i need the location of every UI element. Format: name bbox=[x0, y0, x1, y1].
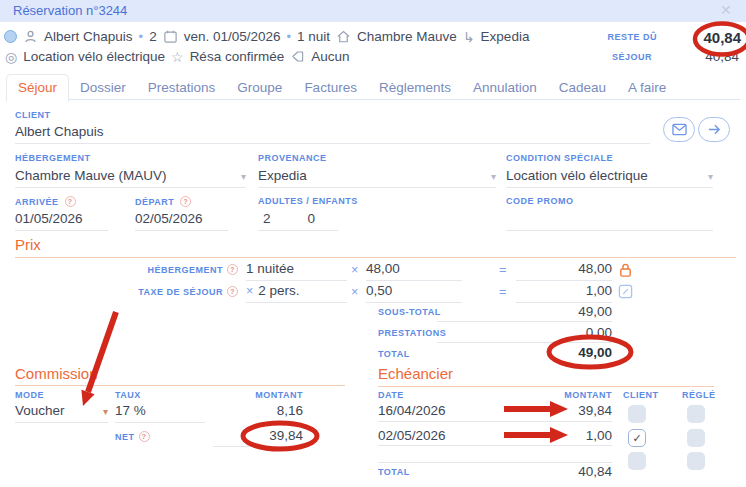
depart-input[interactable]: 02/05/2026 bbox=[135, 209, 228, 231]
email-button[interactable] bbox=[663, 117, 695, 142]
echeance-montant[interactable]: 1,00 bbox=[512, 428, 612, 443]
times-operator: × bbox=[246, 284, 253, 298]
tab-annulation[interactable]: Annulation bbox=[462, 75, 548, 101]
tab-prestations[interactable]: Prestations bbox=[137, 75, 227, 101]
prix-section-title: Prix bbox=[15, 236, 41, 253]
echeance-date[interactable]: 16/04/2026 bbox=[378, 403, 446, 418]
hebergement-select[interactable]: ▾Chambre Mauve (MAUV) bbox=[15, 166, 246, 188]
code-promo-input[interactable] bbox=[506, 209, 713, 231]
divider bbox=[378, 462, 612, 463]
window-title: Réservation n°3244 bbox=[13, 3, 127, 18]
channel-name: Expedia bbox=[481, 29, 530, 44]
taux-input[interactable]: 17 % bbox=[115, 401, 205, 423]
annotation-arrow-mode bbox=[81, 312, 116, 406]
arrivee-input[interactable]: 01/05/2026 bbox=[15, 209, 108, 231]
adultes-value[interactable]: 2 bbox=[263, 211, 271, 226]
enfants-value[interactable]: 0 bbox=[308, 211, 316, 226]
go-button[interactable] bbox=[698, 117, 730, 142]
close-icon[interactable]: ✕ bbox=[720, 2, 732, 18]
lock-icon[interactable] bbox=[618, 262, 633, 278]
regle-header: RÉGLÉ bbox=[682, 390, 716, 400]
tabbar: Séjour Dossier Prestations Groupe Factur… bbox=[6, 74, 677, 101]
echeancier-divider bbox=[378, 386, 714, 387]
special-condition: Location vélo électrique bbox=[23, 49, 165, 64]
client-header: CLIENT bbox=[623, 390, 659, 400]
net-value: 39,84 bbox=[203, 428, 303, 443]
tab-a-faire[interactable]: A faire bbox=[617, 75, 677, 101]
sous-total-label: SOUS-TOTAL bbox=[378, 307, 441, 317]
prix-taxe-qty-input[interactable]: ×2 pers. bbox=[246, 281, 347, 303]
chevron-down-icon: ▾ bbox=[491, 166, 496, 188]
echeancier-section-title: Echéancier bbox=[378, 365, 453, 382]
reste-du-label: RESTE DÛ bbox=[540, 32, 657, 42]
status-circle-icon[interactable] bbox=[4, 30, 17, 43]
client-checkbox[interactable]: ✓ bbox=[628, 405, 646, 423]
help-icon[interactable]: ? bbox=[227, 264, 238, 275]
prix-divider bbox=[15, 257, 736, 258]
mode-select[interactable]: ▾Voucher bbox=[15, 401, 108, 423]
edit-icon[interactable] bbox=[618, 284, 633, 299]
adultes-enfants-input[interactable]: 20 bbox=[258, 209, 338, 231]
chevron-down-icon: ▾ bbox=[241, 166, 246, 188]
commission-divider bbox=[15, 385, 345, 386]
arrow-right-icon bbox=[707, 123, 722, 136]
total-value: 49,00 bbox=[516, 345, 612, 360]
tab-cadeau[interactable]: Cadeau bbox=[548, 75, 617, 101]
prix-hebergement-unit-input[interactable]: 48,00 bbox=[366, 259, 462, 281]
prix-taxe-unit-input[interactable]: 0,50 bbox=[366, 281, 462, 303]
summary-line-1: Albert Chapuis • 2 ven. 01/05/2026 • 1 n… bbox=[4, 29, 529, 44]
titlebar: Réservation n°3244 ✕ bbox=[0, 0, 746, 22]
client-label: CLIENT bbox=[15, 110, 51, 120]
condition-speciale-select[interactable]: ▾Location vélo électrique bbox=[506, 166, 713, 188]
regle-checkbox[interactable]: ✓ bbox=[687, 429, 705, 447]
divider bbox=[437, 321, 612, 322]
hebergement-label: HÉBERGEMENT bbox=[15, 153, 91, 163]
echeance-montant[interactable]: 39,84 bbox=[512, 403, 612, 418]
sejour-value: 40,84 bbox=[660, 49, 739, 64]
equals-operator: = bbox=[499, 285, 506, 299]
taux-label: TAUX bbox=[115, 390, 141, 400]
commission-montant-value: 8,16 bbox=[203, 403, 303, 418]
guest-count: 2 bbox=[149, 29, 157, 44]
summary-line-2: ◎ Location vélo électrique ☆ Résa confir… bbox=[5, 49, 349, 64]
tab-factures[interactable]: Factures bbox=[293, 75, 368, 101]
reste-du-value: 40,84 bbox=[660, 29, 741, 46]
date-header: DATE bbox=[378, 390, 404, 400]
help-icon[interactable]: ? bbox=[65, 196, 76, 207]
client-checkbox[interactable]: ✓ bbox=[628, 429, 646, 447]
nights-count: 1 nuit bbox=[297, 29, 330, 44]
provenance-select[interactable]: ▾Expedia bbox=[258, 166, 496, 188]
prix-hebergement-label: HÉBERGEMENT? bbox=[60, 264, 238, 275]
sejour-label: SÉJOUR bbox=[540, 52, 652, 62]
tab-groupe[interactable]: Groupe bbox=[226, 75, 293, 101]
divider bbox=[213, 446, 310, 447]
prix-hebergement-qty-input[interactable]: 1 nuitée bbox=[246, 259, 347, 281]
equals-operator: = bbox=[499, 263, 506, 277]
echeance-date[interactable]: 02/05/2026 bbox=[378, 428, 446, 443]
montant-header: MONTANT bbox=[512, 390, 612, 400]
regle-checkbox[interactable]: ✓ bbox=[687, 452, 705, 470]
help-icon[interactable]: ? bbox=[180, 196, 191, 207]
net-label: NET? bbox=[115, 431, 165, 442]
condition-speciale-label: CONDITION SPÉCIALE bbox=[506, 153, 613, 163]
mode-label: MODE bbox=[15, 390, 44, 400]
guest-name: Albert Chapuis bbox=[44, 29, 133, 44]
prestations-value: 0,00 bbox=[516, 325, 612, 340]
sous-total-value: 49,00 bbox=[516, 304, 612, 319]
montant-label: MONTANT bbox=[203, 390, 303, 400]
tab-sejour[interactable]: Séjour bbox=[6, 74, 69, 102]
regle-checkbox[interactable]: ✓ bbox=[687, 405, 705, 423]
prix-taxe-total: 1,00 bbox=[516, 281, 612, 303]
tab-dossier[interactable]: Dossier bbox=[69, 75, 137, 101]
tag-icon bbox=[290, 49, 305, 64]
times-operator: × bbox=[351, 263, 358, 277]
client-input[interactable]: Albert Chapuis bbox=[15, 122, 650, 144]
client-checkbox[interactable]: ✓ bbox=[628, 452, 646, 470]
help-icon[interactable]: ? bbox=[139, 431, 150, 442]
dot-separator: • bbox=[286, 29, 291, 44]
commission-section-title: Commission bbox=[15, 365, 98, 382]
help-icon[interactable]: ? bbox=[227, 286, 238, 297]
tab-reglements[interactable]: Règlements bbox=[368, 75, 462, 101]
prix-hebergement-total: 48,00 bbox=[516, 259, 612, 281]
booking-status: Résa confirmée bbox=[190, 49, 285, 64]
